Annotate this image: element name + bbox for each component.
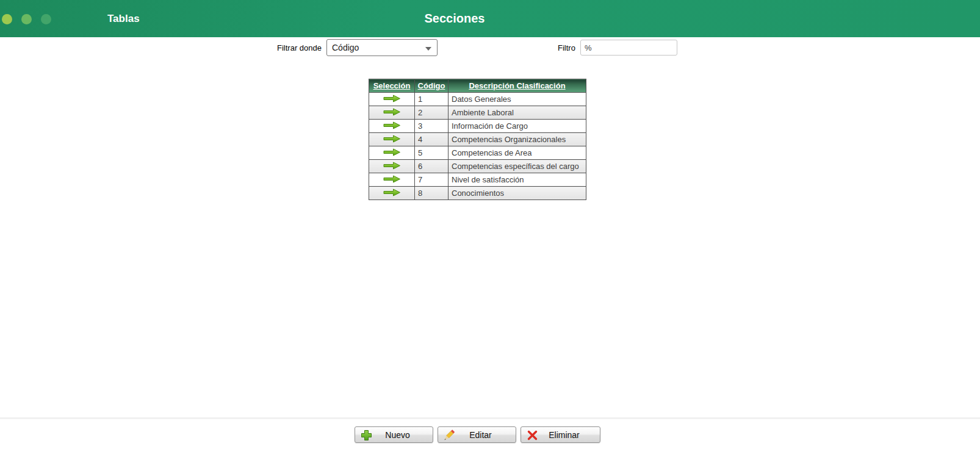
window-dot-icon [41, 14, 51, 24]
window-dots [2, 14, 51, 24]
codigo-cell: 3 [415, 120, 449, 133]
action-buttons: Nuevo Editar Eliminar [355, 426, 600, 443]
select-row-arrow-icon[interactable] [382, 162, 402, 170]
pencil-icon [444, 429, 456, 442]
select-row-arrow-icon[interactable] [382, 175, 402, 183]
select-row-arrow-icon[interactable] [382, 108, 402, 116]
table-row: 6 Competencias específicas del cargo [369, 160, 586, 173]
column-header-codigo[interactable]: Código [415, 79, 449, 93]
table-row: 4 Competencias Organizacionales [369, 133, 586, 146]
codigo-cell: 4 [415, 133, 449, 146]
filter-field-selected-value: Código [332, 43, 359, 52]
filter-input[interactable] [580, 40, 677, 56]
select-row-arrow-icon[interactable] [382, 189, 402, 196]
table-row: 3 Información de Cargo [369, 120, 586, 133]
footer-divider [0, 417, 980, 419]
select-row-arrow-icon[interactable] [382, 148, 402, 156]
app-window: Tablas Secciones Filtrar donde Código Fi… [0, 0, 980, 460]
delete-button[interactable]: Eliminar [521, 426, 600, 443]
descripcion-cell: Ambiente Laboral [449, 106, 586, 120]
descripcion-cell: Competencias de Area [449, 146, 586, 160]
filter-where-label: Filtrar donde [277, 43, 322, 52]
table-row: 1 Datos Generales [369, 93, 586, 106]
select-cell [369, 106, 415, 120]
column-header-seleccion[interactable]: Selección [369, 79, 415, 93]
secciones-table: Selección Código Descripción Clasificaci… [369, 79, 586, 200]
select-row-arrow-icon[interactable] [382, 135, 402, 143]
codigo-cell: 5 [415, 146, 449, 160]
select-row-arrow-icon[interactable] [382, 121, 402, 129]
filter-field-select[interactable]: Código [326, 39, 438, 56]
top-bar: Tablas Secciones [0, 0, 980, 37]
table-row: 2 Ambiente Laboral [369, 106, 586, 120]
page-title: Secciones [425, 0, 485, 37]
new-button-label: Nuevo [378, 430, 409, 440]
select-cell [369, 160, 415, 173]
window-dot-icon [21, 14, 32, 24]
edit-button-label: Editar [462, 430, 492, 440]
select-cell [369, 120, 415, 133]
codigo-cell: 8 [415, 187, 449, 200]
codigo-cell: 7 [415, 173, 449, 187]
descripcion-cell: Conocimientos [449, 187, 586, 200]
chevron-down-icon [425, 47, 431, 51]
table-row: 7 Nivel de satisfacción [369, 173, 586, 187]
edit-button[interactable]: Editar [438, 426, 516, 443]
filter-where-group: Filtrar donde Código [277, 39, 438, 56]
select-cell [369, 133, 415, 146]
select-cell [369, 173, 415, 187]
table-header-row: Selección Código Descripción Clasificaci… [369, 79, 586, 93]
new-button[interactable]: Nuevo [355, 426, 433, 443]
delete-x-icon [527, 429, 538, 441]
table-row: 8 Conocimientos [369, 187, 586, 200]
select-cell [369, 93, 415, 106]
descripcion-cell: Competencias específicas del cargo [449, 160, 586, 173]
descripcion-cell: Datos Generales [449, 93, 586, 106]
descripcion-cell: Información de Cargo [449, 120, 586, 133]
codigo-cell: 6 [415, 160, 449, 173]
filter-value-group: Filtro [558, 40, 677, 56]
table-row: 5 Competencias de Area [369, 146, 586, 160]
select-row-arrow-icon[interactable] [382, 95, 402, 102]
filter-value-label: Filtro [558, 43, 575, 52]
codigo-cell: 2 [415, 106, 449, 120]
descripcion-cell: Competencias Organizacionales [449, 133, 586, 146]
descripcion-cell: Nivel de satisfacción [449, 173, 586, 187]
codigo-cell: 1 [415, 93, 449, 106]
column-header-descripcion[interactable]: Descripción Clasificación [449, 79, 586, 93]
plus-icon [361, 429, 372, 441]
delete-button-label: Eliminar [541, 430, 580, 440]
select-cell [369, 187, 415, 200]
app-title: Tablas [107, 0, 140, 37]
window-dot-icon [2, 14, 12, 24]
select-cell [369, 146, 415, 160]
